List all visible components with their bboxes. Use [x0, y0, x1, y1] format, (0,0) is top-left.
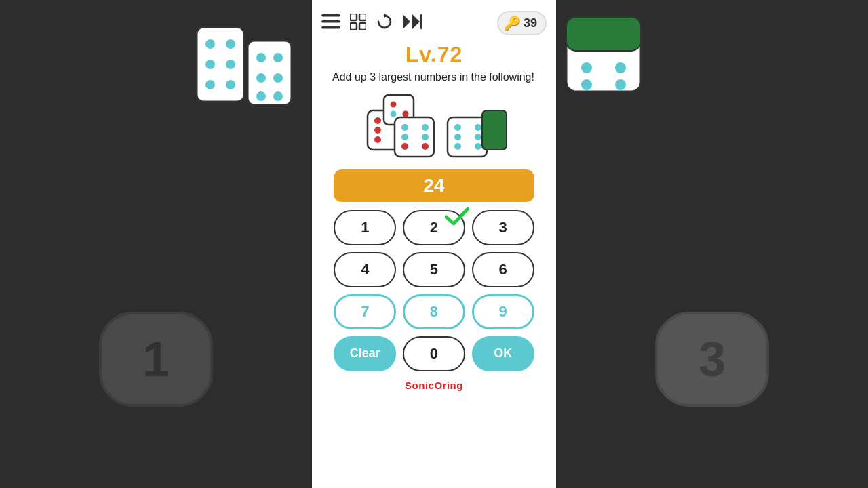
svg-point-1 — [205, 39, 215, 49]
dice-area — [312, 92, 556, 163]
svg-point-3 — [205, 60, 215, 69]
svg-point-34 — [391, 110, 397, 117]
svg-point-56 — [615, 79, 626, 90]
svg-point-40 — [422, 134, 429, 140]
num-btn-9[interactable]: 9 — [472, 294, 534, 329]
num-btn-8[interactable]: 8 — [403, 294, 465, 329]
bg-number-3: 3 — [655, 312, 769, 407]
checkmark-icon — [445, 206, 469, 231]
svg-point-13 — [273, 92, 283, 101]
dice-illustration — [359, 92, 509, 163]
ok-button[interactable]: OK — [472, 336, 534, 371]
svg-point-12 — [256, 92, 266, 101]
num-btn-0[interactable]: 0 — [403, 336, 465, 371]
svg-rect-50 — [482, 110, 507, 150]
answer-bar: 24 — [334, 169, 534, 202]
menu-icon[interactable] — [321, 14, 340, 32]
svg-rect-0 — [197, 27, 244, 102]
svg-rect-20 — [359, 23, 366, 30]
toolbar: 🔑 39 — [312, 7, 556, 41]
svg-point-37 — [401, 124, 408, 131]
svg-point-10 — [256, 73, 266, 83]
svg-point-55 — [581, 79, 592, 90]
svg-point-44 — [454, 124, 461, 131]
branding-label: SonicOring — [405, 380, 463, 391]
svg-point-28 — [374, 127, 381, 134]
svg-point-6 — [226, 80, 235, 89]
answer-value: 24 — [423, 175, 444, 196]
svg-point-8 — [256, 53, 266, 62]
bg-number-1: 1 — [99, 312, 213, 407]
svg-point-38 — [422, 124, 429, 131]
clear-button[interactable]: Clear — [334, 336, 396, 371]
svg-point-2 — [226, 39, 235, 49]
svg-point-39 — [401, 134, 408, 140]
grid-icon[interactable] — [350, 14, 366, 33]
svg-point-41 — [401, 143, 408, 150]
background-right: 3 — [556, 0, 868, 488]
num-btn-3[interactable]: 3 — [472, 210, 534, 245]
svg-rect-52 — [566, 17, 641, 51]
svg-point-26 — [374, 117, 381, 124]
num-btn-5[interactable]: 5 — [403, 252, 465, 287]
svg-point-30 — [374, 136, 381, 143]
svg-rect-24 — [420, 14, 422, 29]
num-btn-2[interactable]: 2 — [403, 210, 465, 245]
svg-rect-14 — [321, 14, 340, 17]
num-btn-7[interactable]: 7 — [334, 294, 396, 329]
level-title: Lv.72 — [406, 42, 462, 67]
svg-rect-16 — [321, 26, 340, 29]
skip-icon[interactable] — [403, 14, 422, 32]
svg-point-11 — [273, 73, 283, 83]
svg-point-42 — [422, 143, 429, 150]
bg-dice-left — [190, 20, 298, 111]
svg-point-47 — [475, 134, 481, 140]
svg-point-33 — [391, 101, 397, 107]
svg-rect-17 — [350, 14, 357, 20]
refresh-icon[interactable] — [376, 13, 393, 33]
main-panel: 🔑 39 Lv.72 Add up 3 largest numbers in t… — [312, 0, 556, 488]
svg-point-35 — [403, 110, 409, 117]
svg-marker-23 — [412, 14, 420, 29]
svg-point-5 — [205, 80, 215, 89]
svg-point-48 — [454, 143, 461, 150]
svg-point-45 — [475, 124, 481, 131]
background-left: 1 — [0, 0, 312, 488]
toolbar-icons — [321, 13, 422, 33]
num-btn-4[interactable]: 4 — [334, 252, 396, 287]
svg-rect-7 — [248, 41, 292, 105]
svg-rect-19 — [350, 23, 357, 30]
svg-point-49 — [475, 143, 481, 150]
num-btn-6[interactable]: 6 — [472, 252, 534, 287]
key-badge[interactable]: 🔑 39 — [497, 11, 547, 35]
svg-rect-18 — [359, 14, 366, 20]
bg-dice-right — [563, 14, 651, 138]
key-icon: 🔑 — [504, 15, 521, 31]
svg-point-54 — [615, 62, 626, 73]
number-grid: 1 2 3 4 5 6 7 8 9 — [334, 210, 534, 371]
svg-point-53 — [581, 62, 592, 73]
num-btn-1[interactable]: 1 — [334, 210, 396, 245]
key-count: 39 — [524, 16, 537, 30]
svg-rect-15 — [321, 20, 340, 23]
svg-point-4 — [226, 60, 235, 69]
svg-point-46 — [454, 134, 461, 140]
svg-point-9 — [273, 53, 283, 62]
instruction-text: Add up 3 largest numbers in the followin… — [312, 70, 556, 85]
svg-marker-22 — [403, 14, 410, 29]
